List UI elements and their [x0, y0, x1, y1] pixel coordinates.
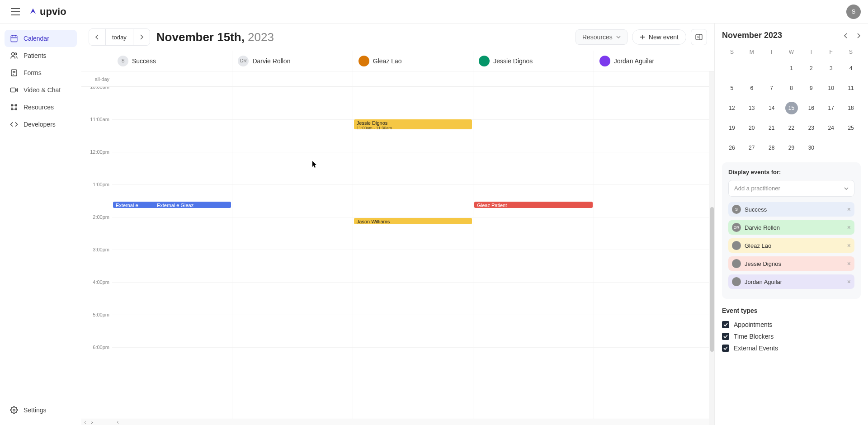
- calendar-icon: [10, 34, 18, 42]
- user-avatar[interactable]: S: [846, 5, 861, 19]
- mini-day-cell[interactable]: 16: [801, 98, 821, 118]
- vertical-scrollbar[interactable]: [709, 71, 714, 425]
- mini-day-cell[interactable]: 24: [821, 118, 841, 138]
- mini-day-cell[interactable]: 9: [801, 78, 821, 98]
- mini-day-cell[interactable]: 17: [821, 98, 841, 118]
- mini-day-cell[interactable]: 19: [722, 118, 742, 138]
- day-column[interactable]: Jessie Dignos11:00am - 11:30amJason Will…: [353, 87, 473, 419]
- sidebar-item-patients[interactable]: Patients: [5, 47, 77, 64]
- mini-prev-button[interactable]: [844, 33, 848, 38]
- allday-cell[interactable]: [353, 71, 473, 86]
- event-type-row[interactable]: External Events: [722, 342, 861, 354]
- remove-chip-button[interactable]: ×: [847, 206, 851, 213]
- horizontal-scrollbar[interactable]: [81, 419, 714, 425]
- mini-day-cell[interactable]: 6: [742, 78, 762, 98]
- code-icon: [10, 120, 18, 128]
- calendar-event[interactable]: Jason Williams: [354, 218, 472, 224]
- resource-column-header[interactable]: DRDarvie Rollon: [232, 51, 353, 71]
- chip-label: Jordan Aguilar: [745, 279, 782, 285]
- view-dropdown-label: Resources: [582, 33, 613, 41]
- mini-day-cell[interactable]: 30: [801, 138, 821, 158]
- checkbox[interactable]: [722, 321, 729, 328]
- remove-chip-button[interactable]: ×: [847, 224, 851, 231]
- practitioner-chip[interactable]: DRDarvie Rollon×: [728, 220, 854, 235]
- hamburger-menu[interactable]: [7, 4, 24, 20]
- practitioner-chip[interactable]: Jessie Dignos×: [728, 256, 854, 271]
- scroll-left-icon[interactable]: [83, 420, 88, 425]
- mini-day-cell[interactable]: 26: [722, 138, 742, 158]
- day-column[interactable]: [232, 87, 353, 419]
- sidebar-item-resources[interactable]: Resources: [5, 99, 77, 116]
- gear-icon: [10, 406, 18, 414]
- sidebar-item-settings[interactable]: Settings: [5, 401, 77, 419]
- allday-cell[interactable]: [112, 71, 232, 86]
- day-column[interactable]: Gleaz Patient: [473, 87, 594, 419]
- mini-day-cell[interactable]: 11: [841, 78, 861, 98]
- add-practitioner-select[interactable]: Add a practitioner: [728, 180, 854, 197]
- checkbox[interactable]: [722, 333, 729, 340]
- mini-day-cell[interactable]: 7: [762, 78, 782, 98]
- mini-day-cell[interactable]: 2: [801, 58, 821, 78]
- mini-day-cell[interactable]: 10: [821, 78, 841, 98]
- resource-column-header[interactable]: Gleaz Lao: [353, 51, 473, 71]
- resource-column-header[interactable]: Jessie Dignos: [473, 51, 594, 71]
- next-day-button[interactable]: [133, 29, 150, 45]
- allday-cell[interactable]: [232, 71, 353, 86]
- practitioner-chip[interactable]: Gleaz Lao×: [728, 238, 854, 253]
- prev-day-button[interactable]: [89, 29, 105, 45]
- settings-label: Settings: [24, 406, 47, 414]
- new-event-button[interactable]: New event: [632, 29, 686, 45]
- sidebar-item-video[interactable]: Video & Chat: [5, 81, 77, 99]
- mini-next-button[interactable]: [856, 33, 861, 38]
- remove-chip-button[interactable]: ×: [847, 278, 851, 285]
- mini-day-cell[interactable]: 21: [762, 118, 782, 138]
- event-type-row[interactable]: Appointments: [722, 319, 861, 331]
- event-time: 11:00am - 11:30am: [357, 126, 469, 129]
- resource-column-header[interactable]: SSuccess: [112, 51, 232, 71]
- scroll-left-icon-2[interactable]: [116, 420, 120, 425]
- mini-day-cell[interactable]: 12: [722, 98, 742, 118]
- calendar-event[interactable]: External e Gleaz: [154, 202, 231, 208]
- mini-day-cell[interactable]: 20: [742, 118, 762, 138]
- mini-day-cell[interactable]: 3: [821, 58, 841, 78]
- mini-day-cell[interactable]: 15: [785, 102, 798, 114]
- event-type-row[interactable]: Time Blockers: [722, 331, 861, 342]
- day-column[interactable]: External eExternal e Gleaz: [112, 87, 232, 419]
- mini-day-cell[interactable]: 28: [762, 138, 782, 158]
- resources-icon: [10, 103, 18, 111]
- sidebar-item-calendar[interactable]: Calendar: [5, 30, 77, 47]
- scroll-right-icon[interactable]: [90, 420, 94, 425]
- allday-cell[interactable]: [473, 71, 594, 86]
- mini-day-cell[interactable]: 29: [782, 138, 802, 158]
- view-dropdown[interactable]: Resources: [576, 29, 627, 45]
- checkbox[interactable]: [722, 345, 729, 352]
- mini-day-cell[interactable]: 14: [762, 98, 782, 118]
- mini-day-cell[interactable]: 4: [841, 58, 861, 78]
- practitioner-chip[interactable]: SSuccess×: [728, 202, 854, 217]
- mini-day-cell[interactable]: 1: [782, 58, 802, 78]
- mini-day-cell[interactable]: 23: [801, 118, 821, 138]
- avatar: [479, 56, 490, 66]
- resource-name: Jordan Aguilar: [614, 57, 655, 65]
- event-types-filter: Event types AppointmentsTime BlockersExt…: [722, 307, 861, 354]
- mini-day-cell[interactable]: 25: [841, 118, 861, 138]
- sidebar-item-forms[interactable]: Forms: [5, 64, 77, 81]
- day-column[interactable]: [594, 87, 714, 419]
- remove-chip-button[interactable]: ×: [847, 242, 851, 249]
- remove-chip-button[interactable]: ×: [847, 260, 851, 267]
- mini-day-cell[interactable]: 13: [742, 98, 762, 118]
- mini-day-cell[interactable]: 8: [782, 78, 802, 98]
- mini-day-cell[interactable]: 22: [782, 118, 802, 138]
- mini-day-cell[interactable]: 18: [841, 98, 861, 118]
- mini-day-cell[interactable]: 5: [722, 78, 742, 98]
- sidebar-item-code[interactable]: Developers: [5, 116, 77, 133]
- calendar-event[interactable]: Jessie Dignos11:00am - 11:30am: [354, 119, 472, 129]
- panel-toggle-button[interactable]: [691, 29, 707, 45]
- practitioner-chip[interactable]: Jordan Aguilar×: [728, 274, 854, 289]
- allday-cell[interactable]: [594, 71, 714, 86]
- mini-day-cell[interactable]: 27: [742, 138, 762, 158]
- calendar-event[interactable]: Gleaz Patient: [474, 202, 592, 208]
- today-button[interactable]: today: [105, 29, 133, 45]
- mini-day-header: F: [821, 46, 841, 58]
- resource-column-header[interactable]: Jordan Aguilar: [594, 51, 714, 71]
